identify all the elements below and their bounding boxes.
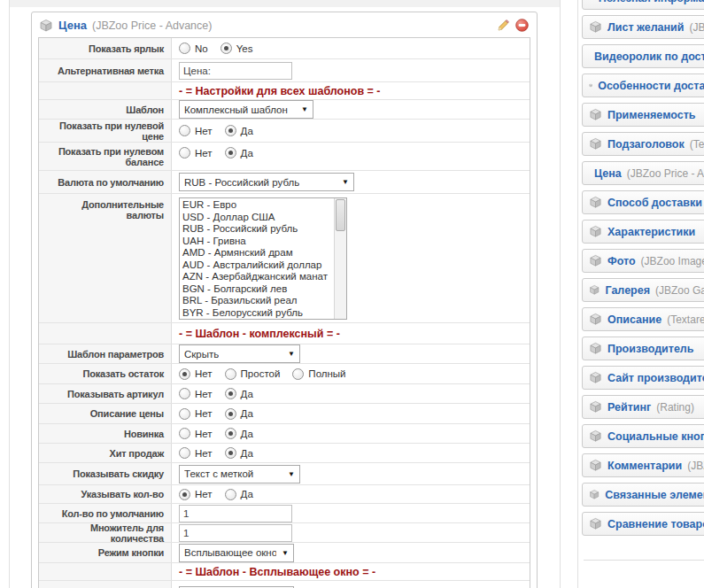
default-currency-select[interactable]: RUB - Российский рубль ▼ — [179, 173, 354, 191]
sidebar-item-kommentarii[interactable]: Комментарии (JBZoo) — [582, 453, 704, 477]
field-control: ▼ — [172, 581, 530, 588]
radio-option[interactable]: Нет — [179, 447, 213, 459]
listbox-option[interactable]: AZN - Азербайджанский манат — [180, 271, 332, 283]
radio-icon[interactable] — [225, 368, 236, 380]
radio-label: Да — [241, 389, 253, 399]
template-select[interactable]: Комплексный шаблон ▼ — [179, 100, 313, 119]
sidebar-item-svyazannye-elementy[interactable]: Связанные элементы — [582, 483, 704, 507]
radio-option[interactable]: Да — [225, 447, 253, 459]
button-mode-select[interactable]: Всплывающее окно ▼ — [179, 544, 294, 562]
listbox-option[interactable]: AUD - Австралийский доллар — [180, 259, 332, 272]
radio-option[interactable]: Да — [225, 408, 253, 420]
qty-multiplier-input[interactable] — [179, 524, 292, 542]
form-row: Показывать артикул Нет Да — [39, 384, 530, 404]
edit-pencil-icon[interactable] — [496, 19, 510, 33]
sidebar-item-reyting[interactable]: Рейтинг (Rating) — [582, 395, 704, 419]
sidebar-item-osobennosti[interactable]: Особенности доставки — [582, 74, 704, 97]
radio-option[interactable]: Простой — [225, 368, 281, 380]
radio-option[interactable]: Нет — [179, 388, 213, 399]
panel-title: Цена — [58, 19, 87, 32]
sidebar-item-poleznaya-informaciya[interactable]: Полезная информация — [582, 0, 704, 10]
sidebar-item-proizvoditel[interactable]: Производитель — [582, 337, 704, 360]
sidebar-item-sposob-dostavki[interactable]: Способ доставки — [582, 190, 704, 214]
radio-option[interactable]: Нет — [179, 147, 213, 159]
default-qty-input[interactable] — [179, 505, 292, 522]
radio-option[interactable]: Да — [225, 125, 253, 136]
form-row: Шаблон Комплексный шаблон ▼ — [39, 100, 530, 120]
radio-option[interactable]: Нет — [179, 428, 213, 439]
radio-selected-icon[interactable] — [220, 43, 232, 54]
listbox-option[interactable]: AMD - Армянский драм — [180, 247, 332, 259]
radio-option[interactable]: Да — [225, 489, 253, 500]
radio-selected-icon[interactable] — [225, 447, 236, 459]
sidebar-item-socialnye-knopki[interactable]: Социальные кнопки — [582, 424, 704, 448]
listbox-scrollbar[interactable] — [334, 198, 346, 319]
radio-selected-icon[interactable] — [225, 388, 236, 399]
radio-icon[interactable] — [179, 408, 190, 420]
listbox-option[interactable]: BGN - Болгарский лев — [180, 283, 332, 296]
field-control: EUR - Евро USD - Доллар США RUB - Россий… — [172, 194, 530, 322]
field-label — [39, 323, 172, 344]
elements-sidebar: Полезная информация Лист желаний (JBZoo)… — [577, 0, 704, 588]
radio-icon[interactable] — [225, 489, 236, 500]
form-row: - = Шаблон - Всплывающее окно = - — [39, 563, 530, 581]
sidebar-item-videorolik[interactable]: Видеоролик по доставке — [582, 44, 704, 68]
listbox-option[interactable]: EUR - Евро — [180, 199, 332, 212]
radio-icon[interactable] — [179, 388, 190, 399]
alt-label-input[interactable] — [179, 62, 292, 80]
listbox-option[interactable]: BRL - Бразильский реал — [180, 295, 332, 307]
listbox-option[interactable]: BYR - Белорусский рубль — [180, 307, 332, 320]
field-label: Шаблон — [39, 581, 172, 588]
radio-icon[interactable] — [179, 125, 190, 136]
sidebar-item-list-zhelaniy[interactable]: Лист желаний (JBZoo) — [582, 15, 704, 39]
radio-selected-icon[interactable] — [225, 147, 236, 159]
sidebar-item-harakteristiki[interactable]: Характеристики — [582, 220, 704, 244]
radio-icon[interactable] — [179, 43, 190, 54]
listbox-option[interactable]: UAH - Гривна — [180, 236, 332, 248]
sidebar-item-primenyaemost[interactable]: Применяемость — [582, 103, 704, 127]
field-label: Множитель для количества — [39, 523, 172, 542]
listbox-option[interactable]: USD - Доллар США — [180, 212, 332, 224]
radio-option[interactable]: Полный — [292, 368, 345, 380]
radio-option[interactable]: Yes — [220, 43, 253, 54]
package-icon — [589, 254, 602, 267]
sidebar-item-opisanie[interactable]: Описание (Textarea) — [582, 307, 704, 331]
listbox-option[interactable]: RUB - Российский рубль — [180, 223, 332, 236]
form-row: Новинка Нет Да — [39, 424, 530, 444]
sidebar-item-galereya[interactable]: Галерея (JBZoo Gallery) — [582, 278, 704, 302]
radio-selected-icon[interactable] — [179, 368, 190, 380]
radio-option[interactable]: No — [179, 43, 208, 54]
radio-icon[interactable] — [179, 428, 190, 439]
sidebar-item-sayt-proizvoditelya[interactable]: Сайт производителя — [582, 366, 704, 390]
sidebar-item-foto[interactable]: Фото (JBZoo Image) — [582, 249, 704, 273]
remove-minus-icon[interactable] — [515, 19, 529, 32]
radio-option[interactable]: Нет — [179, 489, 213, 500]
radio-option[interactable]: Да — [225, 147, 253, 159]
radio-option[interactable]: Нет — [179, 408, 213, 420]
radio-icon[interactable] — [179, 147, 190, 159]
discount-select[interactable]: Текст с меткой ▼ — [179, 465, 300, 484]
radio-selected-icon[interactable] — [225, 408, 236, 420]
radio-selected-icon[interactable] — [179, 489, 190, 500]
radio-icon[interactable] — [292, 368, 304, 380]
panel-subtitle: (JBZoo Price - Advance) — [92, 19, 212, 32]
sidebar-item-sravnenie-tovarov[interactable]: Сравнение товаров — [582, 512, 704, 536]
field-control: No Yes — [172, 38, 530, 58]
package-icon — [589, 371, 602, 384]
radio-icon[interactable] — [179, 447, 190, 459]
sidebar-item-podzagolovok[interactable]: Подзаголовок (Text) — [582, 132, 704, 156]
sidebar-item-cena[interactable]: Цена (JBZoo Price - Advance) — [582, 161, 704, 185]
radio-selected-icon[interactable] — [225, 428, 236, 439]
radio-option[interactable]: Нет — [179, 368, 213, 380]
scrollbar-thumb[interactable] — [336, 199, 345, 231]
additional-currencies-listbox[interactable]: EUR - Евро USD - Доллар США RUB - Россий… — [179, 197, 347, 320]
params-template-select[interactable]: Скрыть ▼ — [179, 344, 300, 363]
radio-label: No — [195, 43, 208, 54]
section-note: - = Настройки для всех шаблонов = - — [179, 85, 380, 97]
radio-option[interactable]: Да — [225, 388, 253, 399]
field-label: Дополнительные валюты — [39, 194, 172, 322]
radio-option[interactable]: Нет — [179, 125, 213, 136]
field-control: RUB - Российский рубль ▼ — [172, 171, 530, 193]
radio-selected-icon[interactable] — [225, 125, 236, 136]
radio-option[interactable]: Да — [225, 428, 253, 439]
